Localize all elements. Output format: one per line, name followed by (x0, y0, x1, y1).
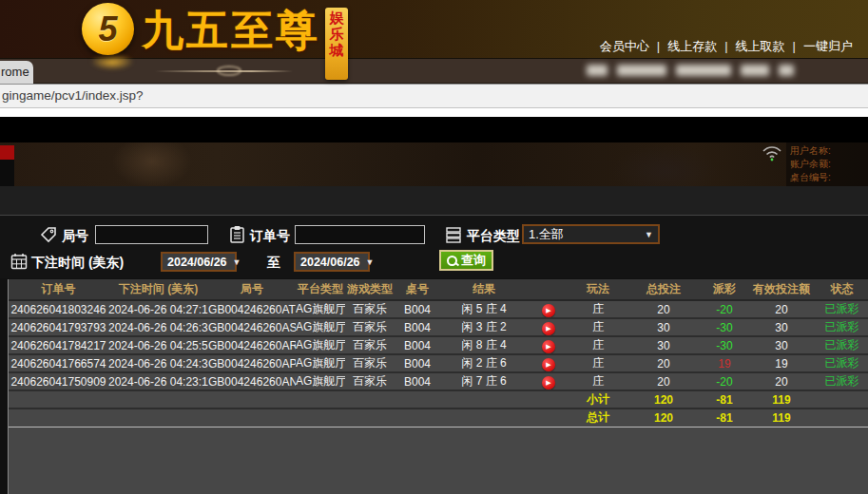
url-bar[interactable]: gingame/pcv1/index.jsp? (0, 84, 868, 108)
total-cell (395, 408, 440, 427)
game-no-label: 局号 (62, 228, 88, 245)
order-no-input[interactable] (295, 225, 425, 244)
cell-result: 闲 3 庄 2 (440, 318, 528, 336)
cell-result: 闲 7 庄 6 (440, 372, 528, 390)
bet-records-table: 订单号下注时间 (美东)局号平台类型游戏类型桌号结果玩法总投注派彩有效投注额状态… (9, 279, 868, 428)
cell-order-no: 240626041750909 (9, 372, 108, 390)
cell-table-no: B004 (395, 300, 440, 318)
cell-play: 庄 (569, 372, 627, 390)
video-info-overlay: 用户名称: 账户余额: 桌台编号: (786, 142, 868, 186)
nav-separator: | (649, 39, 667, 53)
nav-separator: | (785, 39, 803, 53)
cell-game-no: GB004246260AS (208, 318, 296, 336)
play-icon[interactable]: ▶ (542, 340, 555, 353)
bet-time-label: 下注时间 (美东) (31, 255, 124, 272)
search-button-label: 查询 (461, 252, 486, 269)
cell-game-no: GB004246260AN (208, 372, 296, 390)
date-from-value: 2024/06/26 (167, 256, 227, 269)
ribbon-char: 娱 (330, 10, 344, 26)
replay-cell: ▶ (528, 372, 569, 390)
subtotal-cell (296, 390, 345, 408)
play-icon[interactable]: ▶ (542, 322, 555, 335)
casino-photo (0, 142, 868, 186)
nav-member-center[interactable]: 会员中心 (600, 39, 649, 53)
play-icon[interactable]: ▶ (542, 304, 555, 317)
replay-cell: ▶ (528, 300, 569, 318)
cell-order-no: 240626041766574 (9, 354, 108, 372)
column-header: 派彩 (701, 279, 748, 300)
column-header: 平台类型 (296, 279, 345, 300)
total-cell (528, 408, 569, 427)
chevron-down-icon: ▼ (233, 257, 241, 267)
table-header-row: 订单号下注时间 (美东)局号平台类型游戏类型桌号结果玩法总投注派彩有效投注额状态 (9, 279, 868, 300)
cell-total-bet: 30 (627, 336, 701, 354)
subtotal-cell (345, 390, 395, 408)
order-no-label: 订单号 (250, 228, 290, 245)
replay-cell: ▶ (528, 354, 569, 372)
total-cell: -81 (701, 408, 748, 427)
cell-payout: -30 (701, 318, 748, 336)
platform-type-select[interactable]: 1.全部 ▼ (522, 224, 660, 244)
column-header: 桌号 (395, 279, 440, 300)
subtotal-cell (440, 390, 528, 408)
nav-separator: | (717, 39, 735, 53)
cell-valid-bet: 20 (748, 372, 815, 390)
cell-game-type: 百家乐 (345, 336, 395, 354)
replay-cell: ▶ (528, 336, 569, 354)
column-header: 订单号 (9, 279, 108, 300)
cell-platform: AG旗舰厅 (296, 318, 345, 336)
page-gap (0, 108, 868, 117)
play-icon[interactable]: ▶ (542, 358, 555, 371)
cell-valid-bet: 20 (748, 300, 815, 318)
cell-game-type: 百家乐 (345, 372, 395, 390)
blurred-text-block (676, 65, 731, 76)
subtotal-cell (395, 390, 440, 408)
overlay-username-label: 用户名称: (790, 144, 868, 158)
subtotal-cell: 120 (627, 390, 701, 408)
column-header: 玩法 (569, 279, 627, 300)
cell-table-no: B004 (395, 336, 440, 354)
nav-one-key-transfer[interactable]: 一键归户 (803, 39, 853, 53)
coin-logo-icon: 5 (82, 3, 134, 55)
cell-total-bet: 20 (627, 354, 701, 372)
subtotal-cell: 119 (748, 390, 815, 408)
cell-valid-bet: 30 (748, 318, 815, 336)
total-cell: 120 (627, 408, 701, 427)
column-header: 结果 (440, 279, 528, 300)
left-edge-black-block (0, 160, 14, 186)
column-header: 下注时间 (美东) (108, 279, 208, 300)
blurred-text-block (741, 65, 769, 76)
cell-valid-bet: 30 (748, 336, 815, 354)
cell-game-type: 百家乐 (345, 354, 395, 372)
search-button[interactable]: 查询 (439, 250, 493, 271)
chevron-down-icon: ▼ (645, 230, 653, 239)
play-icon[interactable]: ▶ (542, 376, 555, 390)
date-to-select[interactable]: 2024/06/26 ▼ (294, 252, 370, 272)
total-cell (815, 408, 868, 427)
nav-online-deposit[interactable]: 线上存款 (667, 39, 717, 53)
blurred-text-block (587, 65, 608, 76)
cell-result: 闲 8 庄 4 (440, 336, 528, 354)
cell-bet-time: 2024-06-26 04:24:30 (108, 354, 208, 372)
date-from-select[interactable]: 2024/06/26 ▼ (161, 252, 237, 272)
table-row: 2406260417665742024-06-26 04:24:30GB0042… (9, 354, 868, 372)
cell-bet-time: 2024-06-26 04:23:11 (108, 372, 208, 390)
cell-play: 庄 (569, 300, 627, 318)
nav-online-withdraw[interactable]: 线上取款 (736, 39, 785, 53)
cell-payout: -20 (701, 300, 748, 318)
platform-type-label: 平台类型 (467, 228, 520, 245)
coin-digit: 5 (98, 10, 117, 49)
subtotal-cell (815, 390, 868, 408)
ribbon-char: 乐 (330, 26, 344, 42)
cell-play: 庄 (569, 336, 627, 354)
game-no-input[interactable] (95, 225, 208, 244)
table-row: 2406260417937932024-06-26 04:26:32GB0042… (9, 318, 868, 336)
table-row: 2406260418032462024-06-26 04:27:12GB0042… (9, 300, 868, 318)
cell-valid-bet: 19 (748, 354, 815, 372)
browser-tab[interactable]: rome (0, 61, 33, 84)
cell-platform: AG旗舰厅 (296, 336, 345, 354)
column-header: 总投注 (627, 279, 701, 300)
cell-bet-time: 2024-06-26 04:25:51 (108, 336, 208, 354)
dark-toolbar-strip (0, 186, 868, 216)
subtotal-cell (9, 390, 108, 408)
